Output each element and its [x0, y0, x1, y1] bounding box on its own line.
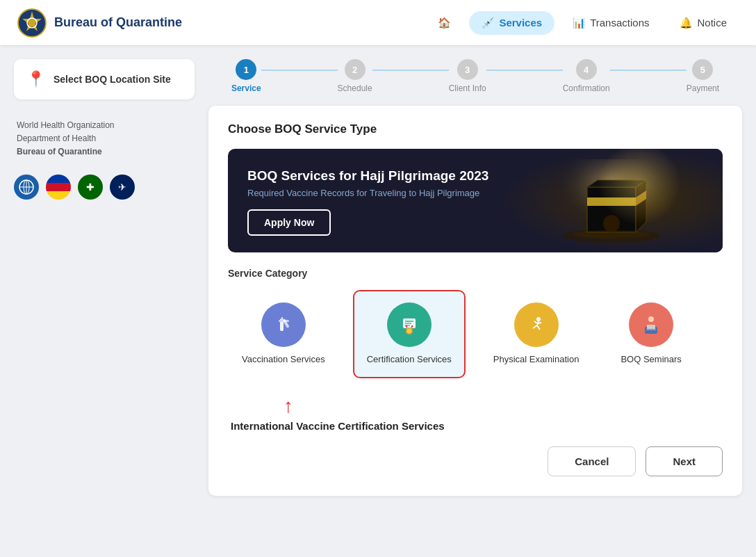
sidebar: 📍 Select BOQ Location Site World Health …: [14, 59, 195, 543]
step-5-circle: 5: [692, 59, 713, 80]
svg-point-15: [573, 230, 650, 239]
who-logo: [14, 175, 39, 200]
next-button[interactable]: Next: [646, 446, 723, 476]
transactions-icon: 📊: [573, 17, 586, 29]
seminars-icon: [629, 302, 673, 347]
progress-steps: 1 Service 2 Schedule 3 Client Info 4 Con…: [208, 59, 742, 93]
service-card-vaccination[interactable]: Vaccination Services: [228, 290, 339, 378]
nav-notice-label: Notice: [697, 17, 727, 29]
vaccination-label: Vaccination Services: [242, 354, 325, 366]
nav-services[interactable]: 💉 Services: [469, 11, 554, 35]
boq-logo-icon: [17, 8, 47, 38]
org-logos: ✚ ✈: [14, 175, 195, 200]
services-icon: 💉: [482, 17, 495, 29]
location-text: Select BOQ Location Site: [54, 74, 171, 85]
nav-transactions-label: Transactions: [590, 17, 649, 29]
svg-point-27: [406, 329, 411, 334]
nav-notice[interactable]: 🔔 Notice: [667, 11, 739, 35]
action-buttons: Cancel Next: [228, 446, 723, 476]
nav-home[interactable]: 🏠: [425, 11, 463, 35]
ph-logo: [46, 175, 71, 200]
banner-content: BOQ Services for Hajj Pilgrimage 2023 Re…: [247, 168, 488, 236]
service-card-seminars[interactable]: BOQ Seminars: [607, 290, 695, 378]
banner-glow: [598, 149, 681, 225]
svg-line-36: [537, 323, 541, 323]
hajj-banner: BOQ Services for Hajj Pilgrimage 2023 Re…: [228, 149, 723, 252]
physical-label: Physical Examination: [493, 354, 580, 366]
step-line-2: [372, 70, 449, 71]
selected-service-row: International Vaccine Certification Serv…: [231, 420, 723, 433]
step-confirmation: 4 Confirmation: [563, 59, 610, 93]
step-client-info: 3 Client Info: [449, 59, 486, 93]
service-card-physical[interactable]: Physical Examination: [479, 290, 593, 378]
step-4-label: Confirmation: [563, 83, 610, 93]
content-area: 1 Service 2 Schedule 3 Client Info 4 Con…: [208, 59, 742, 543]
step-3-label: Client Info: [449, 83, 486, 93]
header: Bureau of Quarantine 🏠 💉 Services 📊 Tran…: [0, 0, 756, 45]
location-card[interactable]: 📍 Select BOQ Location Site: [14, 59, 195, 99]
selected-service-label: International Vaccine Certification Serv…: [231, 420, 445, 432]
service-card-certification[interactable]: Certification Services: [353, 290, 466, 378]
physical-icon: [514, 302, 559, 347]
arrow-row: ↑: [228, 395, 723, 417]
nav-transactions[interactable]: 📊 Transactions: [560, 11, 662, 35]
nav-services-label: Services: [499, 17, 542, 29]
apply-now-button[interactable]: Apply Now: [247, 209, 331, 236]
section-title: Service Category: [228, 268, 723, 279]
banner-title: BOQ Services for Hajj Pilgrimage 2023: [247, 168, 488, 184]
logo-text: Bureau of Quarantine: [54, 15, 182, 30]
svg-rect-18: [281, 317, 283, 320]
step-2-label: Schedule: [338, 83, 372, 93]
step-2-circle: 2: [345, 59, 365, 80]
seminars-label: BOQ Seminars: [621, 354, 681, 366]
step-line-1: [261, 70, 338, 71]
selection-arrow-icon: ↑: [284, 395, 293, 417]
banner-image: [500, 149, 723, 252]
step-5-label: Payment: [687, 83, 719, 93]
logo-area: Bureau of Quarantine: [17, 8, 182, 38]
step-1-circle: 1: [236, 59, 256, 80]
vaccination-icon: [261, 302, 306, 347]
org-info: World Health Organization Department of …: [14, 113, 195, 165]
card-title: Choose BOQ Service Type: [228, 122, 723, 136]
svg-point-31: [536, 317, 541, 321]
step-3-circle: 3: [457, 59, 478, 80]
service-card: Choose BOQ Service Type BOQ Services for…: [208, 106, 742, 496]
step-1-label: Service: [231, 83, 261, 93]
org-line-3: Bureau of Quarantine: [17, 145, 192, 159]
org-line-2: Department of Health: [17, 132, 192, 145]
banner-subtitle: Required Vaccine Records for Traveling t…: [247, 188, 488, 198]
home-icon: 🏠: [438, 17, 451, 29]
svg-point-30: [523, 312, 550, 338]
svg-rect-40: [647, 325, 655, 330]
step-service: 1 Service: [231, 59, 261, 93]
cancel-button[interactable]: Cancel: [548, 446, 636, 476]
step-schedule: 2 Schedule: [338, 59, 372, 93]
main-layout: 📍 Select BOQ Location Site World Health …: [0, 45, 756, 557]
notice-icon: 🔔: [680, 17, 693, 29]
location-icon: 📍: [26, 70, 45, 88]
step-line-3: [486, 70, 563, 71]
svg-point-38: [648, 316, 654, 322]
step-payment: 5 Payment: [687, 59, 719, 93]
air-logo: ✈: [110, 175, 135, 200]
service-grid: Vaccination Services: [228, 290, 723, 378]
doh-logo: ✚: [78, 175, 103, 200]
certification-icon: [387, 302, 432, 347]
org-line-1: World Health Organization: [17, 119, 192, 132]
main-nav: 🏠 💉 Services 📊 Transactions 🔔 Notice: [425, 11, 739, 35]
step-line-4: [610, 70, 687, 71]
step-4-circle: 4: [576, 59, 597, 80]
svg-rect-41: [646, 329, 656, 330]
certification-label: Certification Services: [367, 354, 452, 366]
